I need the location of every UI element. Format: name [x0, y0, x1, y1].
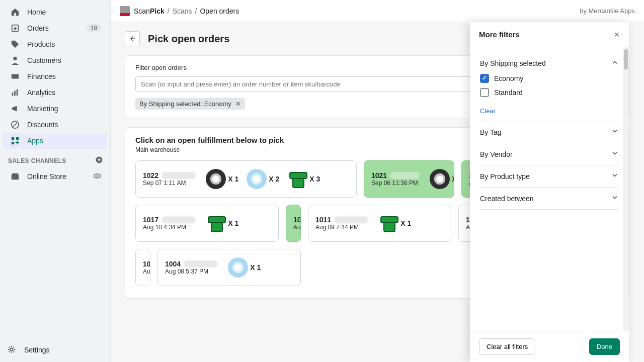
- gear-light-icon: [247, 169, 267, 189]
- svg-point-12: [96, 175, 98, 176]
- page-title: Pick open orders: [148, 33, 229, 45]
- by-line: by Mercantile Apps: [580, 7, 635, 15]
- order-item: X 1: [376, 211, 413, 235]
- filter-group-header[interactable]: By Tag: [480, 127, 619, 137]
- filter-chip[interactable]: By Shipping selected: Economy ✕: [135, 98, 245, 110]
- redacted-name: [184, 260, 218, 267]
- done-button[interactable]: Done: [589, 338, 620, 355]
- close-icon[interactable]: ✕: [614, 31, 620, 39]
- nav-analytics[interactable]: Analytics: [3, 84, 107, 101]
- chevron-down-icon: [611, 127, 619, 137]
- arrow-left-icon: [128, 35, 136, 43]
- analytics-icon: [10, 87, 20, 98]
- filter-group-shipping: By Shipping selected Economy Standard Cl…: [480, 52, 619, 121]
- gear-icon: [7, 345, 17, 355]
- filter-panel-body: By Shipping selected Economy Standard Cl…: [470, 47, 629, 331]
- chevron-down-icon: [611, 149, 619, 159]
- filter-group-header[interactable]: By Product type: [480, 171, 619, 181]
- order-date: Sep 07 1:11 AM: [143, 179, 196, 187]
- order-card[interactable]: 1011Aug 09 7:14 PMX 1: [308, 205, 451, 242]
- clear-link[interactable]: Clear: [480, 107, 619, 115]
- option-economy[interactable]: Economy: [480, 74, 619, 83]
- crumb-scans[interactable]: Scans: [173, 7, 192, 15]
- svg-rect-5: [17, 89, 18, 96]
- svg-rect-8: [16, 137, 19, 140]
- redacted-name: [162, 172, 196, 179]
- panel-scrollbar[interactable]: [623, 47, 629, 331]
- nav-orders[interactable]: Orders 19: [3, 20, 107, 36]
- filter-group: Created between: [480, 188, 619, 210]
- eye-icon[interactable]: [93, 172, 101, 182]
- app-logo-icon: [120, 6, 130, 16]
- filter-group: By Tag: [480, 121, 619, 143]
- chevron-down-icon: [611, 194, 619, 203]
- svg-rect-3: [12, 93, 14, 96]
- item-qty: X 1: [250, 263, 261, 272]
- tshirt-icon: [206, 213, 226, 233]
- chevron-down-icon: [611, 171, 619, 181]
- order-card[interactable]: 1021Sep 06 11:36 PMX: [364, 160, 454, 198]
- order-id: 1017: [143, 216, 196, 224]
- megaphone-icon: [10, 104, 20, 114]
- item-qty: X 1: [400, 219, 411, 227]
- nav-orders-label: Orders: [27, 24, 87, 32]
- tshirt-icon: [287, 169, 307, 189]
- nav-apps[interactable]: Apps: [3, 133, 107, 149]
- nav-online-store[interactable]: Online Store: [3, 168, 107, 185]
- back-button[interactable]: [125, 31, 140, 46]
- svg-point-1: [13, 57, 17, 60]
- topbar: ScanPick / Scans / Open orders by Mercan…: [111, 0, 644, 22]
- redacted-name: [390, 172, 420, 179]
- order-date: Sep 06 11:36 PM: [371, 179, 420, 187]
- add-channel-icon[interactable]: [95, 156, 103, 165]
- order-item: X 1: [226, 255, 263, 280]
- item-qty: X 3: [309, 175, 320, 183]
- order-date: Aug 09 7:14 PM: [315, 224, 368, 231]
- filter-panel-footer: Clear all filters Done: [470, 331, 629, 362]
- order-card[interactable]: 1022Sep 07 1:11 AMX 1X 2X 3: [135, 160, 357, 198]
- home-icon: [10, 7, 20, 17]
- more-filters-panel: More filters ✕ By Shipping selected Econ…: [470, 22, 629, 362]
- order-card[interactable]: 1004Aug 08 5:37 PMX 1: [157, 249, 301, 286]
- apps-icon: [10, 136, 20, 146]
- sidebar: Home Orders 19 Products Customers Financ…: [0, 0, 111, 362]
- gear-dark-icon: [206, 169, 226, 189]
- svg-rect-2: [12, 74, 19, 79]
- chip-remove-icon[interactable]: ✕: [235, 100, 241, 108]
- nav-home[interactable]: Home: [3, 4, 107, 20]
- item-qty: X 1: [228, 175, 238, 183]
- nav-marketing[interactable]: Marketing: [3, 101, 107, 117]
- order-card[interactable]: 10Au: [135, 249, 150, 286]
- crumb-open-orders: Open orders: [200, 7, 239, 15]
- filter-group-header[interactable]: Created between: [480, 194, 619, 203]
- checkbox-icon: [480, 88, 489, 97]
- redacted-name: [334, 216, 368, 223]
- nav-settings[interactable]: Settings: [0, 340, 110, 362]
- order-id: 1004: [165, 260, 218, 268]
- svg-rect-4: [14, 90, 16, 96]
- nav-home-label: Home: [27, 8, 101, 16]
- filter-group-header[interactable]: By Vendor: [480, 149, 619, 159]
- order-date: Au: [293, 224, 301, 231]
- clear-all-button[interactable]: Clear all filters: [479, 338, 535, 355]
- order-item: X 2: [245, 167, 281, 191]
- shipping-options: Economy Standard Clear: [480, 74, 619, 115]
- breadcrumb: ScanPick / Scans / Open orders: [134, 7, 239, 15]
- svg-point-13: [10, 348, 13, 350]
- order-card[interactable]: 1017Aug 10 4:34 PMX 1: [135, 205, 279, 242]
- nav-discounts[interactable]: Discounts: [3, 117, 107, 133]
- gear-dark-icon: [430, 169, 450, 189]
- nav-customers[interactable]: Customers: [3, 52, 107, 68]
- nav-products[interactable]: Products: [3, 36, 107, 52]
- filter-group: By Vendor: [480, 143, 619, 165]
- filter-group-shipping-header[interactable]: By Shipping selected: [480, 58, 619, 68]
- order-item: X 1: [204, 167, 240, 191]
- order-id: 10: [143, 260, 150, 268]
- option-standard[interactable]: Standard: [480, 88, 619, 97]
- store-icon: [10, 171, 20, 182]
- filter-panel-header: More filters ✕: [470, 22, 629, 47]
- nav-finances[interactable]: Finances: [3, 68, 107, 84]
- filter-group: By Product type: [480, 165, 619, 188]
- order-id: 1022: [143, 171, 196, 179]
- order-card[interactable]: 10Au: [286, 205, 301, 242]
